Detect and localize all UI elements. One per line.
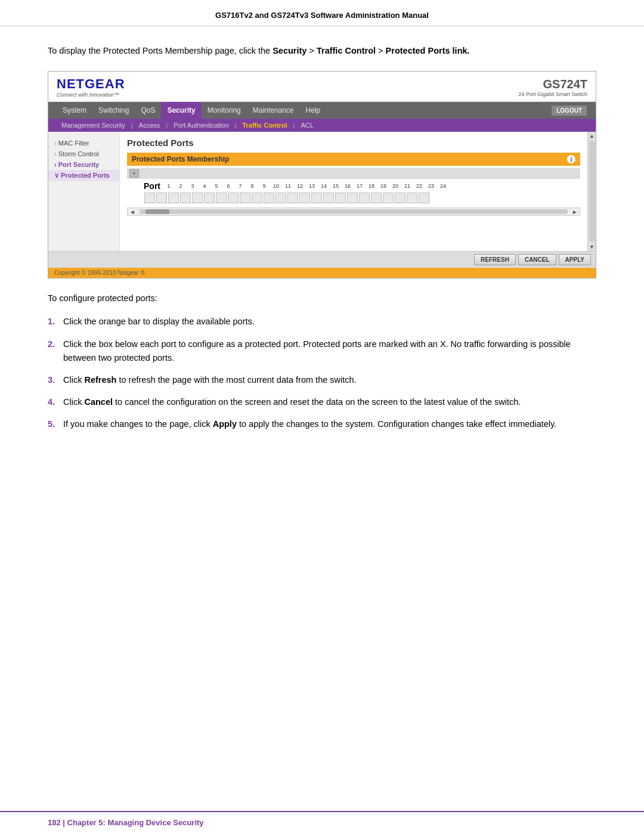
subnav-traffic-control[interactable]: Traffic Control [237,120,292,130]
port-cell-1[interactable] [144,193,155,203]
ng-main: Protected Ports Protected Ports Membersh… [120,132,587,251]
hscroll-track [140,209,568,214]
sidebar-mac-filter[interactable]: MAC Filter [48,138,119,148]
port-cell-23[interactable] [407,193,417,203]
port-checkboxes-row [144,192,580,204]
nav-item-monitoring[interactable]: Monitoring [202,102,247,119]
port-cell-7[interactable] [216,193,227,203]
intro-paragraph: To display the Protected Ports Membershi… [48,44,596,58]
intro-bold3: Protected Ports link. [386,46,470,55]
port-cell-5[interactable] [192,193,203,203]
section-bar[interactable]: Protected Ports Membership ℹ [127,153,580,166]
subnav-management-security[interactable]: Management Security [57,120,130,130]
port-cell-9[interactable] [240,193,250,203]
hscroll-left[interactable]: ◄ [128,209,137,215]
copyright-text: Copyright © 1996-2010 Netgear ® [54,270,145,276]
port-num-18: 18 [366,183,377,189]
port-num-15: 15 [330,183,341,189]
list-number-1: 1. [48,315,60,329]
port-num-21: 21 [402,183,413,189]
port-cell-8[interactable] [228,193,239,203]
port-cell-19[interactable] [359,193,370,203]
intro-text-before: To display the Protected Ports Membershi… [48,46,273,55]
subnav-access[interactable]: Access [134,120,165,130]
port-num-3: 3 [187,183,198,189]
refresh-button[interactable]: REFRESH [474,254,516,265]
list-text-1: Click the orange bar to display the avai… [63,315,255,329]
port-num-17: 17 [354,183,365,189]
vscroll-down[interactable]: ▼ [589,244,595,250]
sidebar-storm-control[interactable]: Storm Control [48,148,119,159]
expand-button[interactable]: + [129,169,139,178]
intro-bold1: Security [273,46,306,55]
port-num-22: 22 [414,183,425,189]
doc-header: GS716Tv2 and GS724Tv3 Software Administr… [0,0,644,26]
vscroll-up[interactable]: ▲ [589,133,595,139]
doc-footer-text: 182 | Chapter 5: Managing Device Securit… [48,818,204,827]
doc-footer: 182 | Chapter 5: Managing Device Securit… [0,811,644,833]
port-cell-24[interactable] [419,193,429,203]
port-cell-15[interactable] [311,193,322,203]
port-num-10: 10 [271,183,281,189]
ng-model: GS724T 24 Port Gigabit Smart Switch [518,78,587,97]
nav-item-help[interactable]: Help [300,102,327,119]
nav-item-system[interactable]: System [57,102,92,119]
ng-logo-text: NETGEAR [57,76,125,92]
list-number-4: 4. [48,395,60,409]
hscroll-right[interactable]: ► [570,209,580,215]
list-text-2: Click the box below each port to configu… [63,337,596,365]
list-number-3: 3. [48,373,60,387]
port-cell-12[interactable] [275,193,286,203]
hscroll[interactable]: ◄ ► [127,208,580,216]
port-cell-2[interactable] [156,193,167,203]
ng-nav: System Switching QoS Security Monitoring… [48,102,596,119]
port-num-23: 23 [426,183,436,189]
port-cell-18[interactable] [347,193,358,203]
ng-copyright: Copyright © 1996-2010 Netgear ® [48,268,596,278]
sidebar-port-security[interactable]: Port Security [48,159,119,170]
port-num-7: 7 [235,183,246,189]
section-bar-icon[interactable]: ℹ [567,155,575,163]
port-cell-21[interactable] [383,193,394,203]
port-num-4: 4 [199,183,210,189]
hscroll-thumb[interactable] [145,209,169,214]
port-num-6: 6 [223,183,234,189]
nav-item-maintenance[interactable]: Maintenance [247,102,300,119]
ng-body: MAC Filter Storm Control Port Security P… [48,132,596,251]
logout-button[interactable]: LOGOUT [551,105,587,116]
port-cell-6[interactable] [204,193,215,203]
port-cell-11[interactable] [264,193,274,203]
port-num-16: 16 [342,183,353,189]
apply-button[interactable]: APPLY [559,254,591,265]
port-cell-22[interactable] [395,193,405,203]
nav-item-qos[interactable]: QoS [135,102,161,119]
port-cell-3[interactable] [168,193,179,203]
ng-logo: NETGEAR Connect with Innovation™ [57,76,125,98]
sidebar-protected-ports[interactable]: Protected Ports [48,170,119,181]
list-item-3: 3. Click Refresh to refresh the page wit… [48,373,596,387]
nav-item-security[interactable]: Security [161,102,201,119]
port-cell-20[interactable] [371,193,382,203]
port-num-19: 19 [378,183,389,189]
port-cell-17[interactable] [335,193,346,203]
list-item-4: 4. Click Cancel to cancel the configurat… [48,395,596,409]
ng-header: NETGEAR Connect with Innovation™ GS724T … [48,72,596,102]
port-cell-4[interactable] [180,193,191,203]
port-num-24: 24 [438,183,448,189]
ng-outer: MAC Filter Storm Control Port Security P… [48,132,596,278]
section-bar-title: Protected Ports Membership [132,155,567,163]
port-numbers-row: Port 1 2 3 4 5 6 7 8 9 10 [144,181,580,191]
port-cell-16[interactable] [323,193,334,203]
port-num-5: 5 [211,183,222,189]
port-cell-10[interactable] [252,193,262,203]
expand-bar: + [127,168,580,179]
port-cell-13[interactable] [287,193,298,203]
port-num-14: 14 [318,183,329,189]
subnav-acl[interactable]: ACL [296,120,318,130]
cancel-button[interactable]: CANCEL [518,254,556,265]
port-cell-14[interactable] [299,193,310,203]
numbered-list: 1. Click the orange bar to display the a… [48,315,596,431]
port-num-2: 2 [175,183,186,189]
nav-item-switching[interactable]: Switching [92,102,135,119]
subnav-port-authentication[interactable]: Port Authentication [169,120,233,130]
